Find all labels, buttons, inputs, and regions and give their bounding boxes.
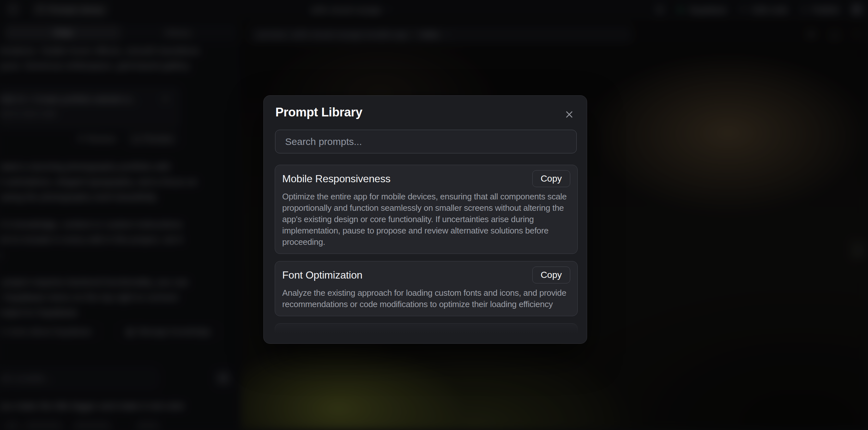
prompt-card-partial[interactable]: [275, 323, 578, 337]
search-wrap: [275, 130, 577, 153]
prompt-description: Analyze the existing approach for loadin…: [282, 287, 570, 310]
app-root: Prompt Library artfx-visual-voyage: [0, 0, 868, 430]
close-icon[interactable]: [563, 108, 576, 121]
prompt-card[interactable]: Mobile Responsiveness Copy Optimize the …: [275, 165, 578, 254]
prompt-title: Font Optimization: [282, 269, 362, 281]
prompt-library-modal: Prompt Library Mobile Responsiveness Cop…: [264, 95, 587, 344]
search-input[interactable]: [275, 130, 577, 153]
copy-button[interactable]: Copy: [532, 267, 570, 283]
prompt-card[interactable]: Font Optimization Copy Analyze the exist…: [275, 261, 578, 316]
modal-title: Prompt Library: [275, 105, 362, 119]
prompt-list: Mobile Responsiveness Copy Optimize the …: [275, 165, 578, 337]
prompt-description: Optimize the entire app for mobile devic…: [282, 191, 570, 248]
copy-button[interactable]: Copy: [532, 170, 570, 187]
prompt-title: Mobile Responsiveness: [282, 173, 391, 185]
